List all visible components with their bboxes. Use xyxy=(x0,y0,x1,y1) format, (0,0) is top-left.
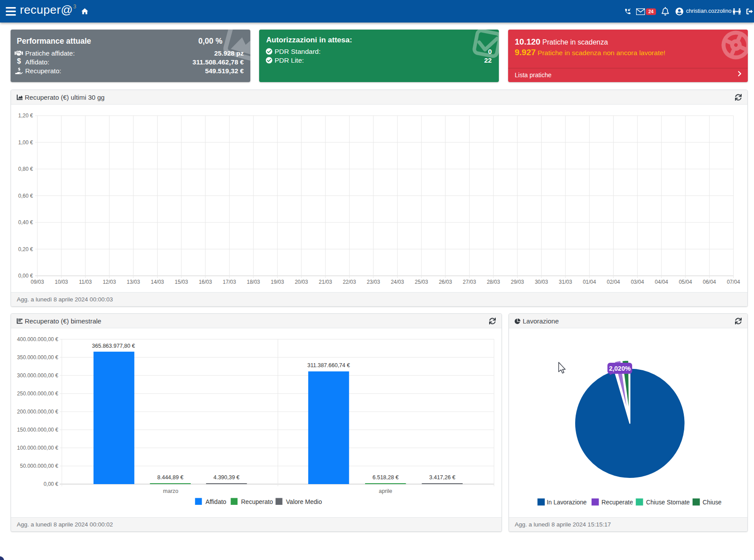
svg-text:01/04: 01/04 xyxy=(583,279,596,285)
svg-text:02/04: 02/04 xyxy=(607,279,620,285)
svg-text:150.000.000,00 €: 150.000.000,00 € xyxy=(17,427,59,433)
svg-text:13/03: 13/03 xyxy=(127,279,140,285)
svg-text:30/03: 30/03 xyxy=(535,279,548,285)
svg-text:Recuperato: Recuperato xyxy=(241,498,273,505)
svg-text:18/03: 18/03 xyxy=(247,279,260,285)
svg-text:0,00 €: 0,00 € xyxy=(18,273,33,279)
svg-text:3.417,26 €: 3.417,26 € xyxy=(429,474,455,481)
svg-text:50.000.000,00 €: 50.000.000,00 € xyxy=(20,463,58,469)
svg-text:15/03: 15/03 xyxy=(175,279,188,285)
svg-text:400.000.000,00 €: 400.000.000,00 € xyxy=(17,336,59,342)
svg-text:aprile: aprile xyxy=(379,488,392,494)
svg-text:250.000.000,00 €: 250.000.000,00 € xyxy=(17,391,59,397)
svg-text:200.000.000,00 €: 200.000.000,00 € xyxy=(17,409,59,415)
svg-text:300.000.000,00 €: 300.000.000,00 € xyxy=(17,372,59,379)
svg-text:0,40 €: 0,40 € xyxy=(18,219,33,226)
svg-text:1,00 €: 1,00 € xyxy=(18,139,33,146)
svg-text:26/03: 26/03 xyxy=(439,279,452,285)
svg-text:Affidato: Affidato xyxy=(205,498,226,505)
svg-text:Valore Medio: Valore Medio xyxy=(286,498,322,505)
svg-text:350.000.000,00 €: 350.000.000,00 € xyxy=(17,354,59,361)
svg-text:31/03: 31/03 xyxy=(559,279,572,285)
svg-text:2,020%: 2,020% xyxy=(609,365,630,372)
svg-text:28/03: 28/03 xyxy=(487,279,500,285)
svg-text:22/03: 22/03 xyxy=(343,279,356,285)
svg-text:04/04: 04/04 xyxy=(655,279,668,285)
svg-text:1,20 €: 1,20 € xyxy=(18,113,33,119)
svg-text:23/03: 23/03 xyxy=(367,279,380,285)
svg-text:27/03: 27/03 xyxy=(463,279,476,285)
svg-text:In Lavorazione: In Lavorazione xyxy=(547,499,587,506)
svg-text:100.000.000,00 €: 100.000.000,00 € xyxy=(17,445,59,451)
svg-text:marzo: marzo xyxy=(163,488,178,494)
svg-text:07/04: 07/04 xyxy=(727,279,740,285)
svg-text:Recuperate: Recuperate xyxy=(602,499,633,506)
svg-text:20/03: 20/03 xyxy=(295,279,308,285)
svg-text:03/04: 03/04 xyxy=(631,279,644,285)
svg-text:24/03: 24/03 xyxy=(391,279,404,285)
svg-text:4.390,39 €: 4.390,39 € xyxy=(213,474,239,481)
svg-text:06/04: 06/04 xyxy=(703,279,716,285)
svg-text:365.863.977,80 €: 365.863.977,80 € xyxy=(92,343,135,349)
svg-text:Chiuse Stornate: Chiuse Stornate xyxy=(646,499,690,506)
svg-text:21/03: 21/03 xyxy=(319,279,332,285)
svg-text:11/03: 11/03 xyxy=(79,279,92,285)
svg-text:0,60 €: 0,60 € xyxy=(18,193,33,199)
svg-text:12/03: 12/03 xyxy=(103,279,116,285)
svg-text:17/03: 17/03 xyxy=(223,279,236,285)
svg-text:0,00 €: 0,00 € xyxy=(44,481,59,487)
svg-text:311.387.660,74 €: 311.387.660,74 € xyxy=(307,362,350,368)
svg-text:14/03: 14/03 xyxy=(151,279,164,285)
svg-text:6.518,28 €: 6.518,28 € xyxy=(373,474,399,481)
svg-text:09/03: 09/03 xyxy=(31,279,44,285)
svg-text:Chiuse: Chiuse xyxy=(703,499,722,506)
svg-text:8.444,89 €: 8.444,89 € xyxy=(157,474,183,481)
svg-text:19/03: 19/03 xyxy=(271,279,284,285)
svg-text:25/03: 25/03 xyxy=(415,279,428,285)
svg-text:0,80 €: 0,80 € xyxy=(18,166,33,172)
svg-text:10/03: 10/03 xyxy=(55,279,68,285)
svg-text:05/04: 05/04 xyxy=(679,279,692,285)
svg-text:0,20 €: 0,20 € xyxy=(18,246,33,252)
svg-text:16/03: 16/03 xyxy=(199,279,212,285)
svg-text:29/03: 29/03 xyxy=(511,279,524,285)
